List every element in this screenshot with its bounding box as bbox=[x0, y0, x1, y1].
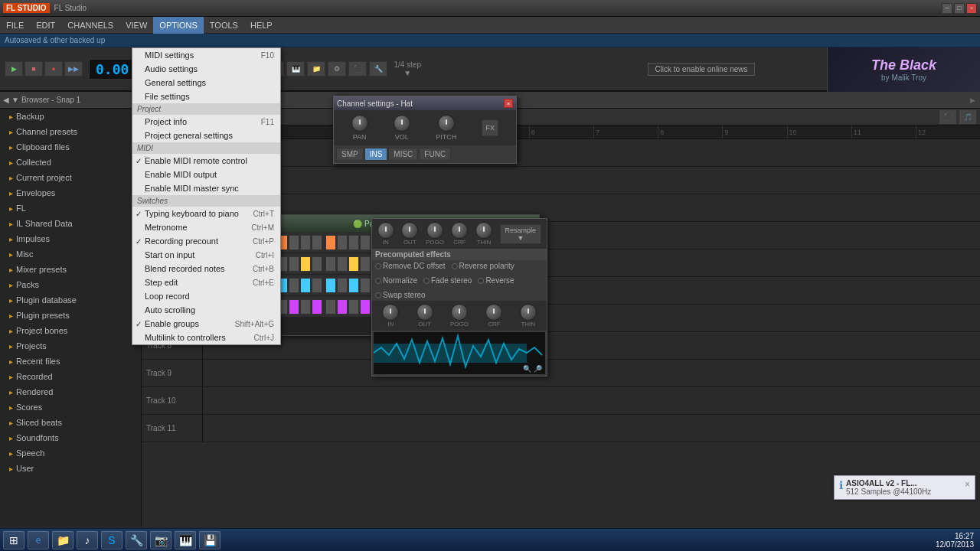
resample-select[interactable]: Resample ▼ bbox=[500, 224, 542, 244]
pan-knob[interactable] bbox=[351, 115, 368, 132]
pitch-knob[interactable] bbox=[438, 115, 455, 132]
in-knob[interactable] bbox=[377, 222, 394, 239]
menu-metronome[interactable]: MetronomeCtrl+M bbox=[132, 220, 280, 234]
maximize-button[interactable]: □ bbox=[954, 3, 965, 14]
piano-roll-icon[interactable]: 🎹 bbox=[286, 61, 305, 77]
menu-loop-record[interactable]: Loop record bbox=[132, 289, 280, 303]
seq-step-hat-3[interactable] bbox=[312, 278, 322, 293]
explorer-button[interactable]: 📁 bbox=[52, 531, 74, 549]
seq-step-hat-7[interactable] bbox=[360, 278, 371, 293]
menu-general-settings[interactable]: General settings bbox=[132, 76, 280, 90]
seq-step-kick-7[interactable] bbox=[360, 235, 371, 250]
out2-knob[interactable] bbox=[416, 304, 433, 321]
play-button[interactable]: ▶ bbox=[5, 61, 23, 77]
menu-project-general-settings[interactable]: Project general settings bbox=[132, 129, 280, 142]
seq-step-kick-2[interactable] bbox=[300, 235, 311, 250]
browser-item-soundfonts[interactable]: ▸Soundfonts bbox=[0, 430, 141, 445]
menu-options[interactable]: OPTIONS bbox=[153, 17, 204, 34]
browser-item-user[interactable]: ▸User bbox=[0, 461, 141, 476]
seq-step-snare-7[interactable] bbox=[360, 299, 371, 315]
menu-help[interactable]: HELP bbox=[244, 17, 279, 34]
menu-multilink-controllers[interactable]: Multilink to controllersCtrl+J bbox=[132, 331, 280, 344]
thin2-knob[interactable] bbox=[520, 304, 537, 321]
save-taskbar-button[interactable]: 💾 bbox=[199, 531, 220, 549]
seq-step-hat-5[interactable] bbox=[337, 278, 348, 293]
browser-item-scores[interactable]: ▸Scores bbox=[0, 399, 141, 415]
seq-step-clap-2[interactable] bbox=[300, 256, 311, 272]
func-tab[interactable]: FUNC bbox=[419, 148, 451, 161]
browser-item-collected[interactable]: ▸Collected bbox=[0, 155, 141, 170]
settings-taskbar-button[interactable]: 🔧 bbox=[126, 531, 147, 549]
online-news-button[interactable]: Click to enable online news bbox=[648, 63, 754, 76]
ie-button[interactable]: e bbox=[28, 531, 49, 549]
browser-item-plugin-database[interactable]: ▸Plugin database bbox=[0, 292, 141, 308]
seq-step-hat-2[interactable] bbox=[300, 278, 311, 293]
seq-step-clap-7[interactable] bbox=[360, 256, 371, 272]
menu-auto-scrolling[interactable]: Auto scrolling bbox=[132, 303, 280, 317]
menu-tools[interactable]: TOOLS bbox=[204, 17, 244, 34]
browser-item-current-project[interactable]: ▸Current project bbox=[0, 170, 141, 185]
browser-item-speech[interactable]: ▸Speech bbox=[0, 445, 141, 461]
effect-reverse-polarity[interactable]: Reverse polarity bbox=[452, 262, 514, 270]
browser-item-plugin-presets[interactable]: ▸Plugin presets bbox=[0, 308, 141, 323]
browser-item-impulses[interactable]: ▸Impulses bbox=[0, 231, 141, 246]
seq-step-snare-3[interactable] bbox=[312, 299, 322, 315]
track-content-2[interactable] bbox=[203, 167, 980, 194]
browser-item-project-bones[interactable]: ▸Project bones bbox=[0, 323, 141, 338]
effect-fade-stereo[interactable]: Fade stereo bbox=[423, 276, 472, 285]
seq-step-snare-5[interactable] bbox=[337, 299, 348, 315]
menu-recording-precount[interactable]: ✓Recording precountCtrl+P bbox=[132, 234, 280, 248]
browser-item-recent-files[interactable]: ▸Recent files bbox=[0, 354, 141, 369]
stop-button[interactable]: ■ bbox=[24, 61, 43, 77]
seq-step-kick-5[interactable] bbox=[337, 235, 348, 250]
seq-step-snare-1[interactable] bbox=[289, 299, 299, 315]
thin-knob[interactable] bbox=[475, 222, 492, 239]
menu-enable-midi-master-sync[interactable]: Enable MIDI master sync bbox=[132, 181, 280, 195]
pr-right[interactable]: 🎵 bbox=[959, 109, 977, 125]
menu-project-info[interactable]: Project infoF11 bbox=[132, 115, 280, 129]
start-button[interactable]: ⊞ bbox=[3, 531, 24, 549]
track-content-10[interactable] bbox=[203, 387, 980, 414]
midi-button[interactable]: 🎹 bbox=[175, 531, 196, 549]
browser-item-rendered[interactable]: ▸Rendered bbox=[0, 384, 141, 399]
browser-item-channel-presets[interactable]: ▸Channel presets bbox=[0, 124, 141, 139]
crf2-knob[interactable] bbox=[485, 304, 502, 321]
browser-item-clipboard-files[interactable]: ▸Clipboard files bbox=[0, 139, 141, 155]
channel-settings-titlebar[interactable]: Channel settings - Hat × bbox=[334, 96, 516, 110]
browser-item-packs[interactable]: ▸Packs bbox=[0, 277, 141, 292]
crf-knob[interactable] bbox=[451, 222, 468, 239]
seq-step-hat-6[interactable] bbox=[348, 278, 359, 293]
in2-knob[interactable] bbox=[382, 304, 399, 321]
browser-item-projects[interactable]: ▸Projects bbox=[0, 338, 141, 354]
menu-enable-midi-remote[interactable]: ✓Enable MIDI remote control bbox=[132, 154, 280, 168]
browser-item-backup[interactable]: ▸Backup bbox=[0, 109, 141, 124]
effect-remove-dc[interactable]: Remove DC offset bbox=[375, 262, 446, 270]
seq-step-clap-6[interactable] bbox=[348, 256, 359, 272]
seq-step-kick-4[interactable] bbox=[325, 235, 336, 250]
waveform-zoom-out[interactable]: 🔍 bbox=[523, 365, 531, 373]
seq-step-clap-3[interactable] bbox=[312, 256, 322, 272]
track-content-11[interactable] bbox=[203, 415, 980, 442]
options-menu[interactable]: MIDI settingsF10 Audio settings General … bbox=[132, 47, 281, 345]
seq-step-kick-1[interactable] bbox=[289, 235, 299, 250]
seq-step-kick-3[interactable] bbox=[312, 235, 322, 250]
ins-tab[interactable]: INS bbox=[364, 148, 388, 161]
pr-left[interactable]: ⬛ bbox=[939, 109, 957, 125]
menu-step-edit[interactable]: Step editCtrl+E bbox=[132, 276, 280, 289]
effect-swap-stereo[interactable]: Swap stereo bbox=[375, 291, 426, 299]
effect-normalize[interactable]: Normalize bbox=[375, 276, 417, 285]
waveform-zoom-in[interactable]: 🔎 bbox=[534, 365, 542, 373]
browser-item-recorded[interactable]: ▸Recorded bbox=[0, 369, 141, 384]
menu-start-on-input[interactable]: Start on inputCtrl+I bbox=[132, 248, 280, 262]
seq-step-snare-6[interactable] bbox=[348, 299, 359, 315]
media-button[interactable]: ♪ bbox=[77, 531, 98, 549]
browser-icon[interactable]: 📁 bbox=[307, 61, 325, 77]
pogo2-knob[interactable] bbox=[451, 304, 468, 321]
fx-button[interactable]: FX bbox=[482, 119, 498, 136]
seq-step-clap-1[interactable] bbox=[289, 256, 299, 272]
menu-enable-midi-output[interactable]: Enable MIDI output bbox=[132, 168, 280, 181]
menu-audio-settings[interactable]: Audio settings bbox=[132, 62, 280, 76]
minimize-button[interactable]: ─ bbox=[942, 3, 952, 14]
notification-close[interactable]: × bbox=[965, 479, 970, 490]
record-button[interactable]: ● bbox=[44, 61, 63, 77]
